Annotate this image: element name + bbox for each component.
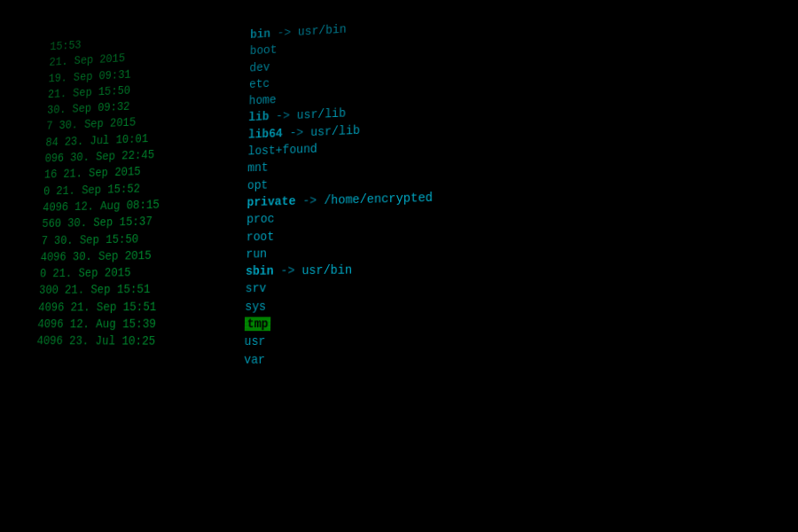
terminal-line: 4096 12. Aug 15:39tmp [37,314,798,333]
line-left: 300 21. Sep 15:51 [39,280,246,299]
line-right: sys [245,298,266,316]
line-left: 0 21. Sep 2015 [40,262,246,282]
line-right: proc [246,210,275,228]
line-right: var [244,350,265,368]
line-left: 4096 21. Sep 15:51 [38,298,246,316]
line-left: 4096 12. Aug 15:39 [37,316,245,333]
line-left: 4096 23. Jul 10:25 [36,332,245,350]
line-left [36,362,245,364]
line-right: etc [249,75,270,93]
line-right: lost+found [247,140,317,160]
line-right: home [249,91,277,109]
line-right: dev [249,59,270,76]
line-right: opt [247,176,269,194]
line-right: tmp [245,316,271,333]
line-right: root [246,228,275,246]
line-right: run [246,246,267,263]
line-right: mnt [247,160,269,177]
terminal-line: var [35,349,798,373]
terminal-window: 15:53bin -> usr/bin21. Sep 2015boot19. S… [21,0,798,532]
line-right: boot [250,42,278,59]
line-right: usr [244,333,265,351]
line-right: sbin -> usr/bin [246,262,352,280]
line-right: srv [246,280,267,298]
terminal-content: 15:53bin -> usr/bin21. Sep 2015boot19. S… [21,0,798,532]
